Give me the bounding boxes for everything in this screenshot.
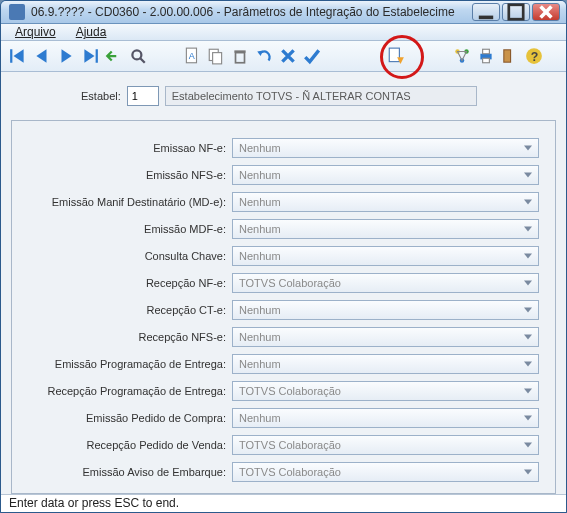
toolbar: A ?: [1, 41, 566, 71]
field-label: Emissão Manif Destinatário (MD-e):: [28, 196, 228, 208]
svg-rect-7: [96, 49, 98, 63]
new-button[interactable]: A: [181, 45, 203, 67]
estabel-label: Estabel:: [81, 90, 121, 102]
form-row: Emissao NF-e:Nenhum: [28, 137, 539, 159]
svg-rect-13: [213, 53, 222, 64]
window-controls: [472, 3, 560, 21]
check-icon: [303, 47, 321, 65]
last-icon: [81, 47, 99, 65]
help-icon: ?: [525, 47, 543, 65]
field-value: Nenhum: [239, 250, 281, 262]
svg-rect-17: [389, 48, 399, 62]
field-label: Emissao NF-e:: [28, 142, 228, 154]
field-value: Nenhum: [239, 331, 281, 343]
form-row: Recepção Pedido de Venda:TOTVS Colaboraç…: [28, 434, 539, 456]
field-combo[interactable]: TOTVS Colaboração: [232, 462, 539, 482]
estabel-code-input[interactable]: [127, 86, 159, 106]
svg-marker-3: [14, 49, 24, 63]
field-value: Nenhum: [239, 412, 281, 424]
titlebar: 06.9.???? - CD0360 - 2.00.00.006 - Parâm…: [1, 1, 566, 24]
form-row: Recepção NFS-e:Nenhum: [28, 326, 539, 348]
field-combo[interactable]: Nenhum: [232, 300, 539, 320]
goto-button[interactable]: [103, 45, 125, 67]
field-value: Nenhum: [239, 223, 281, 235]
field-value: TOTVS Colaboração: [239, 466, 341, 478]
search-icon: [129, 47, 147, 65]
field-combo[interactable]: Nenhum: [232, 408, 539, 428]
form-row: Consulta Chave:Nenhum: [28, 245, 539, 267]
exit-button[interactable]: [499, 45, 521, 67]
printer-icon: [477, 47, 495, 65]
confirm-button[interactable]: [301, 45, 323, 67]
field-combo[interactable]: Nenhum: [232, 165, 539, 185]
field-label: Recepção CT-e:: [28, 304, 228, 316]
next-icon: [57, 47, 75, 65]
client-area: Estabel: Emissao NF-e:NenhumEmissão NFS-…: [1, 72, 566, 494]
field-label: Emissão Pedido de Compra:: [28, 412, 228, 424]
cancel-icon: [279, 47, 297, 65]
first-icon: [9, 47, 27, 65]
svg-text:?: ?: [531, 50, 539, 64]
copy-icon: [207, 47, 225, 65]
highlighted-action-button[interactable]: [385, 45, 407, 67]
field-combo[interactable]: Nenhum: [232, 138, 539, 158]
close-button[interactable]: [532, 3, 560, 21]
prev-icon: [33, 47, 51, 65]
field-label: Recepção Programação de Entrega:: [28, 385, 228, 397]
form-row: Emissão MDF-e:Nenhum: [28, 218, 539, 240]
field-combo[interactable]: Nenhum: [232, 354, 539, 374]
svg-marker-5: [62, 49, 72, 63]
form-row: Recepção NF-e:TOTVS Colaboração: [28, 272, 539, 294]
field-combo[interactable]: Nenhum: [232, 327, 539, 347]
field-label: Consulta Chave:: [28, 250, 228, 262]
svg-line-9: [140, 58, 145, 63]
svg-rect-23: [483, 49, 490, 54]
new-icon: A: [183, 47, 201, 65]
field-combo[interactable]: Nenhum: [232, 219, 539, 239]
field-label: Emissão Aviso de Embarque:: [28, 466, 228, 478]
form-row: Emissão Pedido de Compra:Nenhum: [28, 407, 539, 429]
window-title: 06.9.???? - CD0360 - 2.00.00.006 - Parâm…: [31, 5, 472, 19]
field-label: Recepção Pedido de Venda:: [28, 439, 228, 451]
field-value: Nenhum: [239, 304, 281, 316]
copy-button[interactable]: [205, 45, 227, 67]
delete-button[interactable]: [229, 45, 251, 67]
field-combo[interactable]: TOTVS Colaboração: [232, 273, 539, 293]
prev-record-button[interactable]: [31, 45, 53, 67]
minimize-icon: [477, 3, 495, 21]
field-combo[interactable]: Nenhum: [232, 192, 539, 212]
first-record-button[interactable]: [7, 45, 29, 67]
undo-icon: [255, 47, 273, 65]
maximize-button[interactable]: [502, 3, 530, 21]
search-button[interactable]: [127, 45, 149, 67]
field-combo[interactable]: TOTVS Colaboração: [232, 435, 539, 455]
status-text: Enter data or press ESC to end.: [9, 496, 179, 510]
menu-arquivo[interactable]: Arquivo: [7, 24, 64, 40]
menu-ajuda[interactable]: Ajuda: [68, 24, 115, 40]
minimize-button[interactable]: [472, 3, 500, 21]
maximize-icon: [507, 3, 525, 21]
form-row: Recepção Programação de Entrega:TOTVS Co…: [28, 380, 539, 402]
next-record-button[interactable]: [55, 45, 77, 67]
svg-rect-1: [509, 5, 523, 19]
field-value: Nenhum: [239, 142, 281, 154]
form-row: Emissão Aviso de Embarque:TOTVS Colabora…: [28, 461, 539, 483]
field-value: TOTVS Colaboração: [239, 277, 341, 289]
menubar: Arquivo Ajuda: [1, 24, 566, 41]
statusbar: Enter data or press ESC to end.: [1, 494, 566, 512]
form-panel: Emissao NF-e:NenhumEmissão NFS-e:NenhumE…: [11, 120, 556, 494]
app-window: 06.9.???? - CD0360 - 2.00.00.006 - Parâm…: [0, 0, 567, 513]
print-button[interactable]: [475, 45, 497, 67]
undo-button[interactable]: [253, 45, 275, 67]
svg-rect-26: [504, 50, 510, 61]
field-value: Nenhum: [239, 196, 281, 208]
form-row: Emissão Manif Destinatário (MD-e):Nenhum: [28, 191, 539, 213]
svg-marker-6: [84, 49, 94, 63]
cancel-button[interactable]: [277, 45, 299, 67]
last-record-button[interactable]: [79, 45, 101, 67]
relations-button[interactable]: [451, 45, 473, 67]
form-row: Emissão NFS-e:Nenhum: [28, 164, 539, 186]
help-button[interactable]: ?: [523, 45, 545, 67]
field-combo[interactable]: Nenhum: [232, 246, 539, 266]
field-combo[interactable]: TOTVS Colaboração: [232, 381, 539, 401]
